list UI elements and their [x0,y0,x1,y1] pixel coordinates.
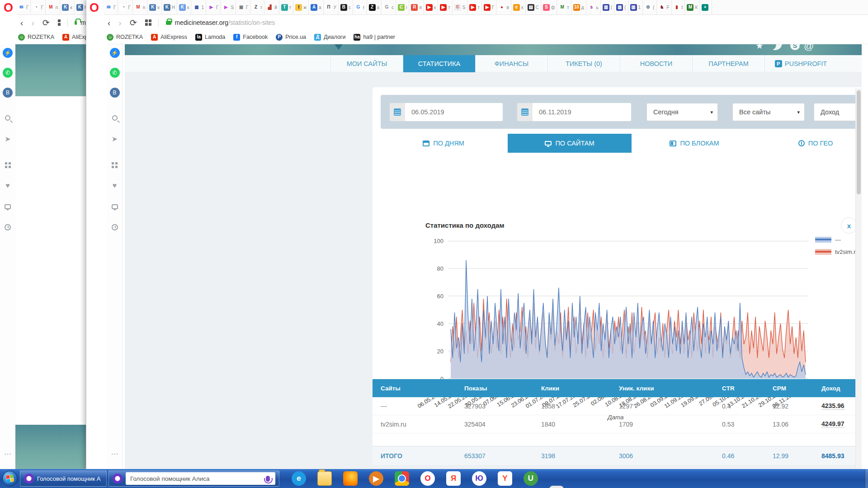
messenger-icon[interactable]: ⚡ [110,48,120,58]
subtab-po-blokam[interactable]: ПО БЛОКАМ [651,134,737,153]
speeddial-icon[interactable] [145,19,151,26]
subtab-po-geo[interactable]: ПО ГЕО [777,134,854,153]
forward-icon[interactable]: › [31,19,34,27]
browser-tab[interactable]: ◔ Г [118,0,132,14]
browser-tab[interactable]: S ф [541,0,557,14]
reload-icon[interactable]: ⟳ [42,19,50,27]
period-select[interactable]: Сегодня▾ [646,103,718,121]
browser-tab[interactable]: K к [60,0,74,14]
site-nav-item-5[interactable]: НОВОСТИ [620,55,692,72]
taskbar-icon-explorer-folder[interactable] [317,471,332,486]
bookmark-item[interactable]: A AliExpress [151,34,187,41]
browser-tab[interactable]: 10 д [571,0,586,14]
browser-tab[interactable]: T т [279,0,294,14]
history-icon[interactable] [110,222,120,232]
browser-tab[interactable]: R я [409,0,424,14]
browser-tab[interactable]: G с [382,0,396,14]
column-header[interactable]: Сайты [373,385,456,392]
browser-tab[interactable]: П У [324,0,339,14]
tab-strip[interactable]: ✉ Г ◔ Г M n K к K Н [16,0,86,15]
browser-tab[interactable]: ▶ S [221,0,236,14]
address-bar[interactable]: ‹ › ⟳ medicineteaser.org/statistic/on-si… [104,15,868,30]
reload-icon[interactable]: ⟳ [130,19,137,27]
browser-tab[interactable]: ▟ й [264,0,279,14]
taskbar-icon-browser-e[interactable]: e [292,471,306,486]
bookmark-item[interactable]: f Facebook [233,34,268,41]
whatsapp-icon[interactable]: ✆ [3,68,13,78]
browser-tab[interactable]: C i [396,0,409,14]
bookmark-item[interactable]: ☺ ROZETKA [107,34,143,41]
taskbar-icon-yandex-browser[interactable]: Я [446,471,461,486]
column-header[interactable]: CTR [714,385,764,392]
taskbar-icon-yu-app[interactable]: Ю [472,471,486,486]
subtab-po-saytam[interactable]: ПО САЙТАМ [508,134,632,153]
date-from-input[interactable]: 06.05.2019 [405,103,503,121]
chat-icon[interactable] [3,202,13,211]
browser-tab[interactable]: ▶ т [438,0,453,14]
taskbar-icon-media-player[interactable]: ▶ [369,471,383,486]
taskbar-icon-green-u[interactable]: U [524,471,538,486]
date-to-input[interactable]: 06.11.2019 [533,103,631,121]
browser-tab[interactable]: s ь [586,0,601,14]
column-header[interactable]: CPM [764,385,813,392]
start-button[interactable] [2,471,18,486]
taskbar-button-alisa-1[interactable]: Голосовой помощник А [20,470,107,487]
browser-tab[interactable]: ▥ ( [601,0,614,14]
browser-tab[interactable]: G г [353,0,367,14]
search-icon[interactable] [110,113,120,123]
browser-tab[interactable]: Z а [367,0,382,14]
browser-tab[interactable]: Z г [250,0,264,14]
column-header[interactable]: Клики [533,385,611,392]
taskbar-icon-chrome[interactable] [395,471,409,486]
back-icon[interactable]: ‹ [108,19,110,27]
browser-tab[interactable]: В с [339,0,353,14]
microphone-icon[interactable] [266,476,270,482]
history-icon[interactable] [3,222,13,232]
more-options-icon[interactable]: ⋯ [110,449,120,459]
browser-tab[interactable]: ▮ t [672,0,685,14]
site-nav-item-3[interactable]: ФИНАНСЫ [475,55,547,72]
bookmark-item[interactable]: P Price.ua [276,34,306,41]
browser-tab[interactable]: ▥ ( [614,0,628,14]
browser-tab[interactable]: + [700,0,712,14]
browser-tab[interactable]: ⚙ ( [643,0,656,14]
browser-tab[interactable]: ▶ к [424,0,438,14]
browser-tab[interactable]: t ж [293,0,309,14]
browser-tab[interactable]: ▦ 1 [191,0,206,14]
chart-close-button[interactable]: x [841,217,857,234]
bookmark-item[interactable]: ha ha9 | partner [354,34,395,41]
address-bar[interactable]: ‹ › ⟳ m [16,15,86,30]
extensions-icon[interactable] [3,160,13,170]
bookmark-item[interactable]: ☺ ROZETKA [18,34,54,41]
browser-tab[interactable]: ✉ Г [16,0,31,14]
calendar-button[interactable] [390,103,405,121]
browser-tab[interactable]: ▥ 1 [628,0,643,14]
bookmarks-bar[interactable]: ☺ ROZETKA A AliExpress la Lamoda f Faceb… [107,30,868,44]
more-options-icon[interactable]: ⋯ [3,449,13,459]
email-at-icon[interactable]: @ [804,44,814,52]
extensions-icon[interactable] [110,160,120,170]
revenue-value[interactable]: 4249.97 [821,420,844,428]
browser-tab[interactable]: ▶ Г [206,0,221,14]
browser-tab[interactable]: K Н [75,0,86,14]
browser-tab[interactable]: M n [133,0,148,14]
browser-tab[interactable]: ▤ С [526,0,541,14]
site-nav-item-4[interactable]: ТИКЕТЫ (0) [547,55,620,72]
site-nav-item-7[interactable]: PPUSHPROFIT [764,55,837,72]
url-text[interactable]: m [80,19,86,26]
site-select[interactable]: Все сайты▾ [732,103,805,121]
bookmark-item[interactable]: la Lamoda [195,34,225,41]
skype-icon[interactable]: S [790,44,800,50]
bookmark-item[interactable]: Д Диалоги [314,34,345,41]
cell-revenue[interactable]: 4249.97 [813,420,862,428]
messenger-icon[interactable]: ⚡ [3,48,13,58]
taskbar-icon-opera[interactable]: O [420,471,435,486]
site-nav-item-1[interactable]: МОИ САЙТЫ [330,55,403,72]
browser-tab[interactable]: K к [147,0,161,14]
column-header[interactable]: Показы [456,385,533,392]
favorites-star-icon[interactable]: ★ [755,44,764,51]
taskbar-icon-firefox[interactable] [343,471,358,486]
browser-tab[interactable]: ● в [496,0,511,14]
browser-tab[interactable]: A а [309,0,324,14]
browser-tab[interactable]: M К [685,0,700,14]
